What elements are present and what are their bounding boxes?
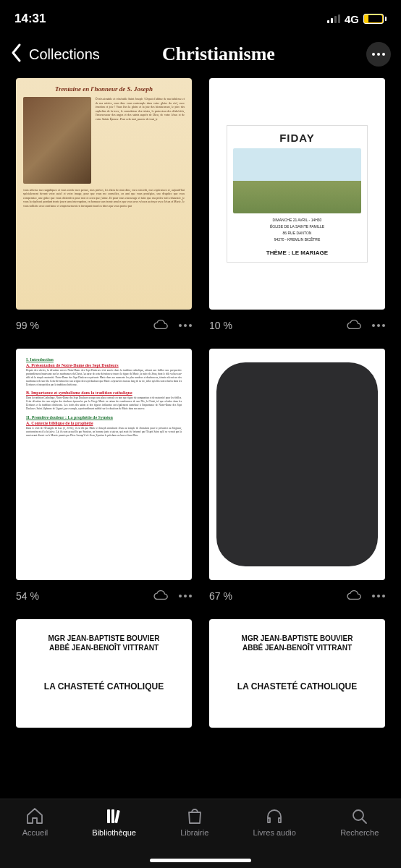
book-item: Trentaine en l'honneur de S. Joseph Ô tr…: [16, 78, 192, 334]
svg-line-4: [362, 819, 366, 823]
battery-percentage: 27: [369, 15, 377, 23]
book-cover[interactable]: Trentaine en l'honneur de S. Joseph Ô tr…: [16, 78, 192, 310]
cover-author: MGR JEAN-BAPTISTE BOUVIER: [242, 634, 353, 643]
reading-progress: 54 %: [16, 590, 39, 602]
cover-theme: THÈME : LE MARIAGE: [233, 250, 360, 256]
cover-text-fragment: Depuis des siècles, la dévotion envers N…: [26, 369, 182, 386]
tab-audiobooks[interactable]: Livres audio: [253, 807, 296, 837]
status-bar: 14:31 4G 27: [0, 0, 401, 35]
tab-bar: Accueil Bibliothèque Librairie Livres au…: [0, 799, 401, 868]
book-cover[interactable]: MGR JEAN-BAPTISTE BOUVIER ABBÉ JEAN-BENO…: [209, 619, 385, 728]
svg-rect-0: [107, 809, 110, 823]
book-item: 67 %: [209, 349, 385, 605]
tab-label: Livres audio: [253, 828, 296, 837]
cellular-signal-icon: [327, 14, 340, 23]
headphones-icon: [264, 807, 284, 825]
tab-home[interactable]: Accueil: [22, 807, 48, 837]
cover-author: MGR JEAN-BAPTISTE BOUVIER: [48, 634, 160, 643]
book-footer: 54 %: [16, 587, 192, 605]
cover-photo: [233, 148, 360, 213]
item-more-button[interactable]: [372, 324, 385, 327]
tab-label: Bibliothèque: [92, 828, 136, 837]
item-more-button[interactable]: [179, 324, 192, 327]
tab-search[interactable]: Recherche: [340, 807, 379, 837]
cover-placeholder: [216, 362, 379, 566]
cover-title: LA CHASTETÉ CATHOLIQUE: [237, 681, 357, 692]
status-right: 4G 27: [327, 13, 387, 25]
tab-label: Librairie: [180, 828, 208, 837]
svg-rect-1: [111, 809, 114, 823]
cover-subheading: A. Présentation de Notre-Dame des Sept D…: [26, 363, 182, 367]
home-icon: [25, 807, 45, 825]
nav-header: Collections Christianisme: [0, 35, 401, 78]
ellipsis-icon: [372, 53, 385, 56]
bag-icon: [185, 807, 205, 825]
cover-title: Trentaine en l'honneur de S. Joseph: [23, 85, 185, 93]
more-options-button[interactable]: [366, 42, 391, 67]
reading-progress: 10 %: [209, 320, 232, 331]
book-item: MGR JEAN-BAPTISTE BOUVIER ABBÉ JEAN-BENO…: [209, 619, 385, 728]
book-footer: 67 %: [209, 587, 385, 605]
reading-progress: 99 %: [16, 320, 39, 331]
book-item: I. Introduction A. Présentation de Notre…: [16, 349, 192, 605]
book-item: FIDAY DIMANCHE 21 AVRIL - 14H30 ÉGLISE D…: [209, 78, 385, 334]
tab-label: Recherche: [340, 828, 379, 837]
cover-subtitle: 86 RUE DANTON: [233, 231, 360, 236]
cover-title: LA CHASTETÉ CATHOLIQUE: [44, 681, 164, 692]
cover-title: FIDAY: [233, 132, 360, 144]
cover-text-fragment: vous adresse mes suppliques et vous conf…: [23, 188, 185, 208]
item-more-button[interactable]: [179, 595, 192, 597]
book-cover[interactable]: MGR JEAN-BAPTISTE BOUVIER ABBÉ JEAN-BENO…: [16, 619, 192, 728]
cover-text-fragment: Dans la tradition Catholique, Notre-Dame…: [26, 396, 182, 411]
cover-heading: II. Première douleur : La prophétie de S…: [26, 415, 182, 420]
book-footer: 99 %: [16, 317, 192, 334]
cover-subtitle: DIMANCHE 21 AVRIL - 14H30: [233, 218, 360, 223]
cover-subtitle: 94270 - KREMLIN BICÊTRE: [233, 237, 360, 242]
status-time: 14:31: [14, 12, 46, 26]
home-indicator: [150, 859, 251, 862]
item-more-button[interactable]: [372, 595, 385, 597]
page-title: Christianisme: [77, 43, 360, 65]
chevron-left-icon: [10, 43, 23, 63]
cover-text-fragment: Ô très aimable et vénérable Saint Joseph…: [96, 97, 185, 184]
cover-subtitle: ÉGLISE DE LA SAINTE FAMILLE: [233, 224, 360, 229]
network-type: 4G: [345, 13, 359, 25]
reading-progress: 67 %: [209, 590, 232, 602]
cover-heading: I. Introduction: [26, 357, 182, 362]
svg-rect-2: [114, 810, 120, 823]
book-cover[interactable]: [209, 349, 385, 580]
battery-indicator: 27: [363, 14, 387, 24]
cloud-download-button[interactable]: [153, 318, 169, 333]
cloud-download-button[interactable]: [346, 589, 362, 603]
book-footer: 10 %: [209, 317, 385, 334]
tab-store[interactable]: Librairie: [180, 807, 208, 837]
tab-label: Accueil: [22, 828, 48, 837]
cover-subheading: A. Contexte biblique de la prophétie: [26, 421, 182, 425]
book-cover[interactable]: FIDAY DIMANCHE 21 AVRIL - 14H30 ÉGLISE D…: [209, 78, 385, 310]
book-cover[interactable]: I. Introduction A. Présentation de Notre…: [16, 349, 192, 580]
book-grid: Trentaine en l'honneur de S. Joseph Ô tr…: [0, 78, 401, 728]
cover-artwork: [23, 97, 91, 184]
cover-text-fragment: Dans le récit de l'Évangile de Luc (2, 2…: [26, 427, 182, 438]
tab-library[interactable]: Bibliothèque: [92, 807, 136, 837]
cloud-download-button[interactable]: [346, 318, 362, 333]
library-icon: [104, 807, 124, 825]
cover-author: ABBÉ JEAN-BENOÎT VITTRANT: [242, 643, 352, 652]
book-item: MGR JEAN-BAPTISTE BOUVIER ABBÉ JEAN-BENO…: [16, 619, 192, 728]
cover-author: ABBÉ JEAN-BENOÎT VITTRANT: [49, 643, 159, 652]
cover-subheading: B. Importance et symbolisme dans la trad…: [26, 391, 182, 395]
back-button[interactable]: [10, 43, 23, 66]
cloud-download-button[interactable]: [153, 589, 169, 603]
search-icon: [350, 807, 370, 825]
